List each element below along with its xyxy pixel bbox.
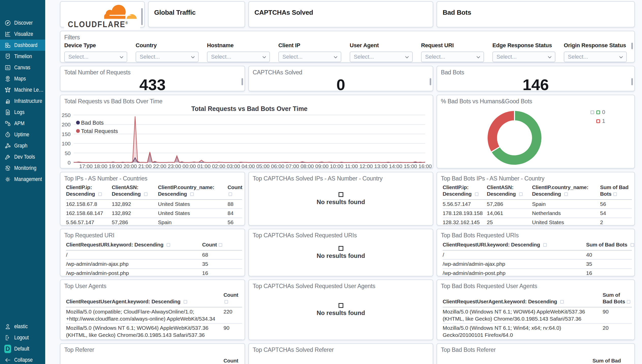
sidebar-item-dashboard[interactable]: Dashboard (0, 40, 45, 51)
column-header[interactable] (66, 357, 223, 364)
column-header[interactable]: ClientRequestUserAgent.keyword: Descendi… (443, 292, 603, 307)
sort-checkbox-icon[interactable] (560, 300, 564, 304)
filter-select[interactable]: Select... (564, 52, 627, 62)
sidebar-item-monitoring[interactable]: Monitoring (0, 162, 45, 174)
column-header[interactable]: ClientRequestUserAgent.keyword: Descendi… (66, 292, 223, 307)
column-header[interactable]: Sum of BadBots (592, 357, 632, 364)
filter-select[interactable]: Select... (136, 52, 199, 62)
legend-swatch-1-icon[interactable] (596, 119, 600, 123)
column-header[interactable]: ClientIP.ip: Descending (66, 184, 112, 200)
sort-checkbox-icon[interactable] (564, 192, 568, 196)
table-row[interactable]: /68 (66, 250, 242, 259)
sidebar-item-graph[interactable]: Graph (0, 140, 45, 151)
column-header[interactable]: Sum of Bad Bots (586, 241, 632, 250)
timechart-plot[interactable]: 05010015020025017:0018:0019:0020:0021:00… (60, 95, 433, 169)
panel-scrollbar[interactable] (242, 78, 243, 85)
sidebar-item-default[interactable]: DDefault (0, 343, 45, 354)
sort-checkbox-icon[interactable] (98, 192, 102, 196)
sidebar-item-collapse[interactable]: Collapse (0, 354, 45, 364)
table-row[interactable]: 162.158.67.8132,892United States88 (66, 200, 242, 209)
table-row[interactable]: Mozilla/5.0 (Windows NT 6.1; WOW64) Appl… (66, 323, 242, 340)
legend-label-0[interactable]: 0 (602, 109, 605, 115)
sidebar-item-apm[interactable]: APM (0, 118, 45, 129)
table-cell: 178.128.193.158 (443, 209, 487, 218)
select-placeholder: Select... (496, 54, 517, 60)
table-row[interactable]: /wp-admin/admin-ajax.php35 (443, 259, 632, 269)
sidebar-item-elastic[interactable]: elastic (0, 321, 45, 332)
filter-select[interactable]: Select... (207, 52, 270, 62)
column-header[interactable]: Count (223, 357, 242, 364)
column-header[interactable]: ClientRequestURI.keyword: Descending (443, 241, 586, 250)
sidebar-item-visualize[interactable]: Visualize (0, 28, 45, 40)
table-header-row: Sum of BadBots (443, 357, 632, 364)
sidebar-item-logs[interactable]: Logs (0, 107, 45, 118)
sort-checkbox-icon[interactable] (631, 243, 634, 247)
sort-checkbox-icon[interactable] (219, 243, 222, 247)
sidebar-item-canvas[interactable]: Canvas (0, 62, 45, 73)
sort-checkbox-icon[interactable] (190, 192, 194, 196)
sidebar-item-timelion[interactable]: Timelion (0, 51, 45, 62)
table-row[interactable]: 5.56.57.14757,286Spain56 (66, 218, 242, 226)
table-row[interactable]: /wp-admin/admin-ajax.php35 (66, 259, 242, 269)
donut-legend-row[interactable]: 0 (590, 109, 605, 115)
panel-scrollbar[interactable] (631, 43, 633, 49)
column-header[interactable]: Sum ofBad Bots (603, 292, 632, 307)
legend-swatch-0-icon[interactable] (596, 110, 600, 114)
svg-text:17:00: 17:00 (79, 163, 93, 169)
column-header[interactable]: ClientRequestURI.keyword: Descending (66, 241, 202, 250)
sort-checkbox-icon[interactable] (519, 192, 523, 196)
column-header[interactable]: Count (228, 184, 242, 200)
table-row[interactable]: /wp-admin/admin-post.php16 (443, 269, 632, 276)
panel-scrollbar[interactable] (141, 8, 143, 25)
sidebar-item-label: Visualize (14, 31, 33, 37)
table-row[interactable]: /40 (443, 250, 632, 259)
table-row[interactable]: /wp-admin/admin-post.php16 (66, 269, 242, 276)
sort-checkbox-icon[interactable] (613, 192, 617, 196)
sort-checkbox-icon[interactable] (627, 300, 630, 304)
donut-plot[interactable] (437, 95, 635, 169)
sidebar-item-logout[interactable]: Logout (0, 332, 45, 343)
table-row[interactable]: Mozilla/5.0 (Windows NT 6.1; WOW64) Appl… (443, 307, 632, 323)
sort-checkbox-icon[interactable] (144, 192, 148, 196)
column-header[interactable]: ClientIP.country_name: Descending (532, 184, 600, 200)
sidebar-item-discover[interactable]: Discover (0, 17, 45, 28)
column-header[interactable]: ClientIP.ip: Descending (443, 184, 487, 200)
column-header[interactable]: Count (202, 241, 242, 250)
table-row[interactable]: 5.56.57.14757,286Spain56 (443, 200, 632, 209)
legend-checkbox-icon[interactable] (590, 110, 594, 114)
table-row[interactable]: 162.158.68.147132,892United States84 (66, 209, 242, 218)
column-header[interactable] (443, 357, 592, 364)
sort-checkbox-icon[interactable] (224, 300, 228, 304)
column-header[interactable]: ClientASN: Descending (487, 184, 532, 200)
sort-checkbox-icon[interactable] (167, 243, 170, 247)
column-header[interactable]: ClientASN: Descending (112, 184, 158, 200)
table-row[interactable]: Mozilla/5.0 (compatible; CloudFlare-Alwa… (66, 307, 242, 323)
panel-top-captcha-ips: Top CAPTCHAs Solved IPs - AS Number - Co… (248, 172, 433, 226)
sort-checkbox-icon[interactable] (543, 243, 547, 247)
column-header[interactable]: ClientIP.country_name: Descending (158, 184, 228, 200)
column-header[interactable]: Sum of BadBots (600, 184, 632, 200)
sidebar-item-management[interactable]: Management (0, 174, 45, 185)
filter-select[interactable]: Select... (350, 52, 413, 62)
filter-select[interactable]: Select... (492, 52, 555, 62)
table-row[interactable]: 128.32.162.14525United States2 (443, 218, 632, 226)
filter-select[interactable]: Select... (278, 52, 341, 62)
table-row[interactable]: Mozilla/5.0 (Windows NT 6.1; Win64; x64;… (443, 323, 632, 340)
table-row[interactable]: 178.128.193.15814,061Netherlands54 (443, 209, 632, 218)
svg-text:07:00: 07:00 (286, 163, 299, 169)
donut-legend-row[interactable]: 1 (590, 118, 605, 124)
filter-select[interactable]: Select... (64, 52, 127, 62)
sidebar-item-dev-tools[interactable]: Dev Tools (0, 151, 45, 162)
sidebar-item-machine-le[interactable]: Machine Le… (0, 84, 45, 95)
sort-checkbox-icon[interactable] (184, 300, 187, 304)
sort-checkbox-icon[interactable] (475, 192, 478, 196)
legend-label-1[interactable]: 1 (602, 118, 605, 124)
sort-checkbox-icon[interactable] (229, 192, 232, 196)
filter-select[interactable]: Select... (421, 52, 484, 62)
panel-scrollbar[interactable] (430, 78, 431, 85)
sidebar-item-maps[interactable]: Maps (0, 73, 45, 84)
column-header[interactable]: Count (223, 292, 242, 307)
panel-scrollbar[interactable] (631, 78, 633, 85)
sidebar-item-infrastructure[interactable]: Infrastructure (0, 95, 45, 107)
sidebar-item-uptime[interactable]: Uptime (0, 129, 45, 140)
